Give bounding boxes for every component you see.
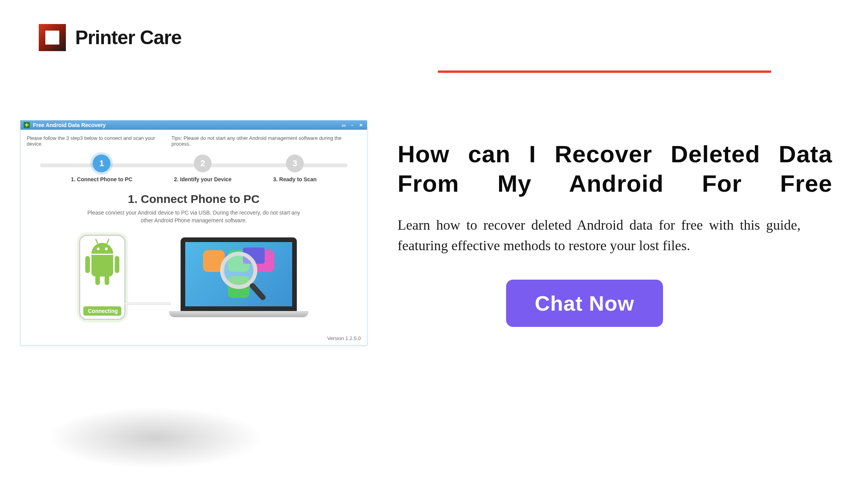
window-controls: ▭ – ✕ [341,122,364,128]
app-icon: ✚ [24,122,30,128]
instruction-left: Please follow the 3 step3 below to conne… [27,135,171,147]
accent-divider [438,70,771,73]
close-icon[interactable]: ✕ [358,122,364,128]
laptop-device [169,237,308,317]
step-2: 2 2. Identify your Device [174,155,232,182]
phone-device: Connecting [79,235,126,320]
magnifier-icon [220,252,257,289]
minimize-icon[interactable]: ▭ [341,122,347,128]
device-illustration: Connecting [21,235,367,320]
steps-progress: 1 1. Connect Phone to PC 2 2. Identify y… [36,155,351,182]
brand-name: Printer Care [75,26,181,49]
instruction-right: Tips: Please do not start any other Andr… [171,135,361,147]
version-label: Version 1.2.5.0 [327,335,361,341]
step-3-label: 3. Ready to Scan [273,176,317,182]
step-3: 3 3. Ready to Scan [273,155,317,182]
phone-status-badge: Connecting [83,306,121,316]
app-screenshot: ✚ Free Android Data Recovery ▭ – ✕ Pleas… [20,120,367,345]
instruction-row: Please follow the 3 step3 below to conne… [21,130,367,151]
minimize2-icon[interactable]: – [349,122,355,128]
android-icon [87,243,118,277]
drop-shadow [46,407,264,469]
step-1-circle: 1 [93,155,110,172]
article-column: How can I Recover Deleted Data From My A… [398,139,832,327]
section-description: Please connect your Android device to PC… [85,209,302,225]
article-headline: How can I Recover Deleted Data From My A… [398,139,832,198]
brand-logo-icon [39,24,66,51]
article-subtext: Learn how to recover deleted Android dat… [398,215,801,256]
step-1-label: 1. Connect Phone to PC [71,176,133,182]
usb-cable [124,302,170,305]
section-title: 1. Connect Phone to PC [21,192,367,206]
window-titlebar: ✚ Free Android Data Recovery ▭ – ✕ [21,120,367,130]
chat-now-button[interactable]: Chat Now [506,280,663,327]
step-1: 1 1. Connect Phone to PC [71,155,133,182]
brand-logo: Printer Care [39,24,181,51]
step-2-circle: 2 [194,155,212,172]
step-2-label: 2. Identify your Device [174,176,232,182]
window-title: Free Android Data Recovery [33,122,341,128]
step-3-circle: 3 [286,155,304,172]
